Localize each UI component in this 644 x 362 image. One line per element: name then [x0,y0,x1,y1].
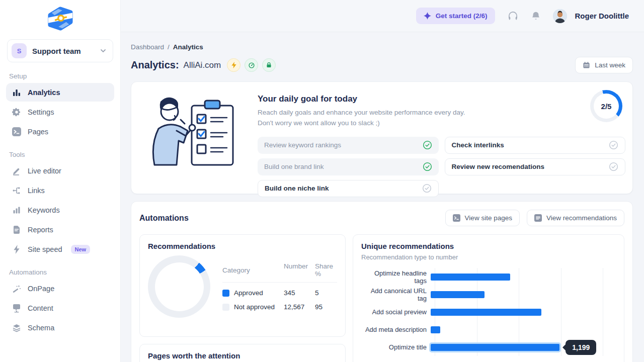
bar-row: Optimize title1,199 [361,338,616,356]
check-circle-icon [422,184,432,193]
period-selector-button[interactable]: Last week [575,57,633,73]
sidebar-item-label: Analytics [28,88,60,97]
bar-category-label: Add social preview [361,308,431,316]
unique-recommendations-card: Unique recommendations Recommendation ty… [353,234,624,362]
sidebar-item-analytics[interactable]: Analytics [6,83,114,102]
bar-category-label: Optimize headline tags [361,269,431,285]
sidebar-item-pages[interactable]: Pages [6,122,114,141]
sidebar-section-label: Setup [9,72,111,80]
task-item[interactable]: Review new recomendations [445,158,626,175]
bar-track [431,326,603,333]
bar[interactable] [431,274,510,281]
automations-title: Automations [139,214,189,223]
sidebar-item-schema[interactable]: Schema [6,318,114,337]
site-speed-icon [12,245,21,254]
task-label: Review new recomendations [452,163,545,170]
chevron-down-icon [100,47,107,54]
table-header: Share % [315,262,337,278]
sidebar-item-settings[interactable]: Settings [6,103,114,121]
links-icon [12,186,21,195]
bar[interactable] [431,291,485,298]
sidebar-section-label: Tools [9,151,111,158]
sidebar-item-label: Pages [28,128,48,136]
onpage-icon [12,284,21,293]
schema-icon [12,323,21,332]
speed-bolt-badge-icon[interactable] [227,58,240,72]
settings-icon [12,108,21,117]
bar-track: 1,199 [431,344,603,351]
sidebar-item-label: Links [28,187,45,195]
sidebar-item-keywords[interactable]: Keywords [6,201,114,219]
content-icon [12,304,21,313]
sidebar-item-onpage[interactable]: OnPage [6,279,114,298]
gauge-badge-icon[interactable] [245,58,258,72]
task-item[interactable]: Check interlinks [445,137,626,154]
site-name: AlliAi.com [184,60,221,70]
pages-icon [12,127,21,136]
bar[interactable] [431,344,559,351]
task-item[interactable]: Build one brand link [258,158,439,175]
bar-category-label: Optimize title [361,343,431,351]
task-item[interactable]: Build one niche link [258,180,439,197]
reports-icon [12,225,21,234]
sidebar: S Support team SetupAnalyticsSettingsPag… [0,0,121,362]
sidebar-item-site-speed[interactable]: Site speedNew [6,240,114,258]
check-circle-icon [423,162,432,171]
recommendations-title: Recommendations [148,242,337,250]
sidebar-item-label: Content [28,304,53,312]
headphones-icon[interactable] [507,10,519,22]
task-item[interactable]: Review keyword rankings [258,137,439,154]
goal-task-list: Review keyword rankingsBuild one brand l… [258,137,625,197]
pages-attention-card: Pages worth the attention [139,344,346,362]
task-label: Review keyword rankings [264,141,341,149]
sidebar-item-reports[interactable]: Reports [6,220,114,239]
breadcrumb-analytics: Analytics [173,43,203,51]
bell-icon[interactable] [531,11,541,22]
bar[interactable] [431,309,541,316]
unique-recommendations-subtitle: Recommendation type to number [361,253,616,261]
get-started-button[interactable]: Get started (2/6) [416,8,495,24]
check-circle-icon [609,140,618,150]
workspace-avatar: S [12,43,27,58]
app-logo [0,0,120,36]
sidebar-item-label: OnPage [28,285,54,293]
pages-attention-title: Pages worth the attention [148,351,337,360]
user-name[interactable]: Roger Doolittle [575,12,629,20]
table-header: Number [284,262,315,278]
task-label: Build one brand link [264,163,324,170]
bar-row: Add meta description [361,321,616,338]
legend-swatch [222,290,229,297]
bar[interactable] [431,326,440,333]
goal-subtitle: Reach daily goals and enhance your websi… [258,108,471,129]
recommendations-card: Recommendations CategoryNumberShare % Ap… [139,234,346,337]
table-row: Approved3455 [222,283,337,297]
goal-progress-label: 2/5 [601,102,612,111]
sidebar-item-content[interactable]: Content [6,299,114,317]
get-started-label: Get started (2/6) [436,12,488,20]
period-label: Last week [595,61,625,69]
number-value: 12,567 [284,303,315,311]
breadcrumb-dashboard[interactable]: Dashboard [131,43,164,51]
bar-category-label: Add meta description [361,326,431,333]
daily-goal-card: Your daily goal for today Reach daily go… [131,81,633,194]
page-title: Analytics: [131,59,179,71]
sidebar-item-links[interactable]: Links [6,181,114,200]
sidebar-nav: SetupAnalyticsSettingsPagesToolsLive edi… [0,72,120,337]
view-site-pages-button[interactable]: View site pages [445,210,520,226]
bar-track [431,309,603,316]
unique-recommendations-bar-chart: Optimize headline tagsAdd canonical URL … [361,268,616,356]
calendar-icon [583,61,590,69]
table-header: Category [222,262,284,278]
view-recommendations-button[interactable]: View recommendations [527,210,624,226]
bar-track [431,291,603,298]
terminal-icon [453,214,460,222]
lock-badge-icon[interactable] [262,58,276,72]
workspace-selector[interactable]: S Support team [7,39,113,62]
sidebar-item-live-editor[interactable]: Live editor [6,161,114,180]
user-avatar[interactable] [553,9,567,23]
number-value: 345 [284,289,315,297]
new-badge: New [71,245,91,254]
sidebar-item-label: Schema [28,324,54,332]
unique-recommendations-title: Unique recommendations [361,242,616,250]
sidebar-item-label: Reports [28,226,53,234]
